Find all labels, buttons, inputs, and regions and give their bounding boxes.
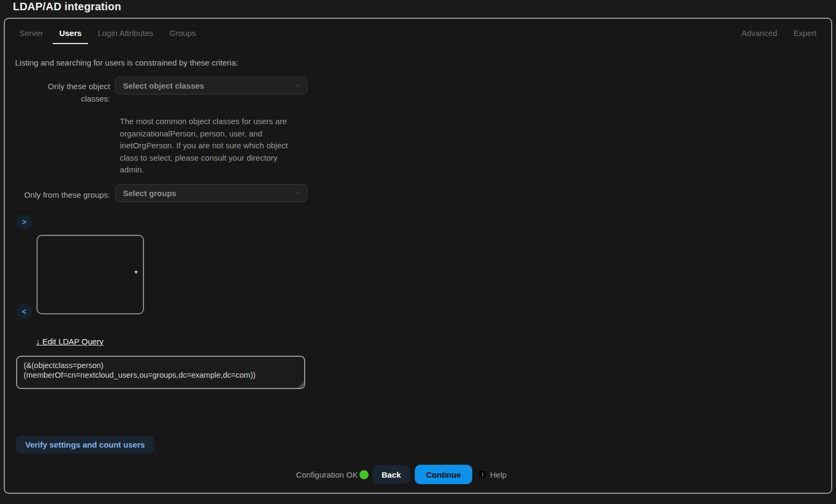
object-classes-help-text: The most common object classes for users… xyxy=(120,116,294,176)
tab-group-right: Advanced Expert xyxy=(735,27,823,44)
chevron-down-icon: ▾ xyxy=(296,190,299,197)
tab-group-left: Server Users Login Attributes Groups xyxy=(13,27,203,44)
status-ok-indicator xyxy=(359,470,369,479)
help-link[interactable]: i Help xyxy=(479,470,507,479)
users-criteria-intro: Listing and searching for users is const… xyxy=(15,58,238,67)
object-classes-placeholder: Select object classes xyxy=(123,81,296,90)
info-icon: i xyxy=(479,471,486,478)
tab-login-attributes[interactable]: Login Attributes xyxy=(91,27,160,44)
transfer-remove-button[interactable]: < xyxy=(17,304,32,319)
tab-server[interactable]: Server xyxy=(13,27,49,44)
edit-ldap-query-link[interactable]: ↓ Edit LDAP Query xyxy=(36,337,104,346)
dropdown-arrow-icon: ▾ xyxy=(134,269,138,275)
groups-label: Only from these groups: xyxy=(18,189,110,201)
continue-button[interactable]: Continue xyxy=(415,465,472,484)
configuration-status-text: Configuration OK xyxy=(296,470,358,479)
tab-bar: Server Users Login Attributes Groups Adv… xyxy=(5,19,831,44)
wizard-footer: Configuration OK Back Continue i Help xyxy=(5,464,798,485)
page-title: LDAP/AD integration xyxy=(13,1,121,13)
ldap-settings-panel: Server Users Login Attributes Groups Adv… xyxy=(4,18,832,494)
tab-users[interactable]: Users xyxy=(53,27,88,44)
groups-select[interactable]: Select groups ▾ xyxy=(115,184,307,202)
tab-advanced[interactable]: Advanced xyxy=(735,27,784,44)
back-button[interactable]: Back xyxy=(372,465,410,484)
ldap-query-textarea[interactable]: (&(objectclass=person) (memberOf=cn=next… xyxy=(16,356,305,389)
tab-groups[interactable]: Groups xyxy=(163,27,202,44)
tab-expert[interactable]: Expert xyxy=(787,27,823,44)
transfer-add-button[interactable]: > xyxy=(17,214,32,229)
chevron-down-icon: ▾ xyxy=(296,82,299,89)
object-classes-select[interactable]: Select object classes ▾ xyxy=(115,77,307,95)
selected-groups-listbox[interactable]: ▾ xyxy=(37,235,144,314)
verify-settings-button[interactable]: Verify settings and count users xyxy=(16,436,155,453)
help-label: Help xyxy=(490,470,507,479)
groups-placeholder: Select groups xyxy=(123,189,296,198)
object-classes-label: Only these object classes: xyxy=(18,80,110,105)
